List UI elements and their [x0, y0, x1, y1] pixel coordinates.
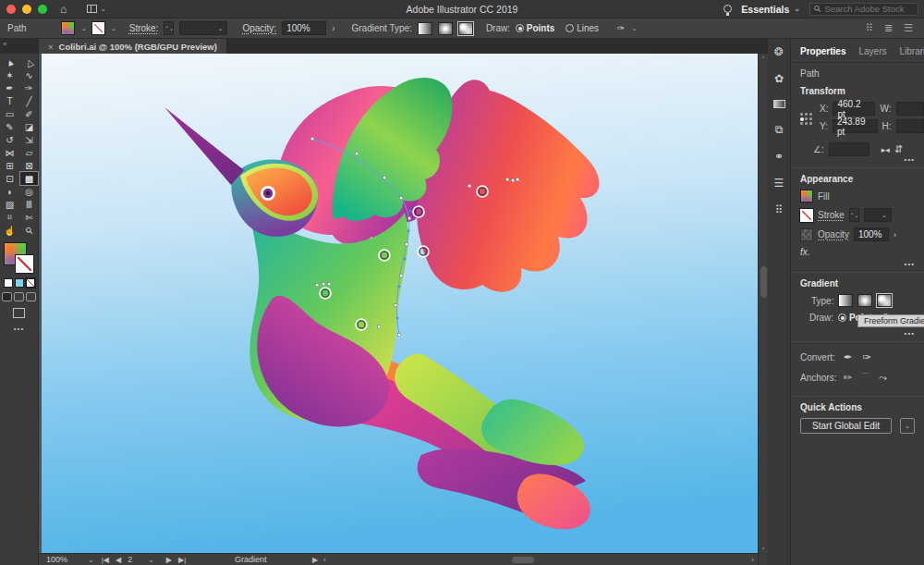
angle-field[interactable]: [829, 142, 869, 156]
stroke-weight-field[interactable]: ⌄: [864, 208, 892, 222]
lasso-tool[interactable]: ∿: [20, 68, 38, 81]
transform-more-options[interactable]: •••: [905, 155, 915, 164]
curvature-tool[interactable]: ✑: [20, 81, 38, 94]
scroll-up-icon[interactable]: ⌃: [760, 55, 766, 63]
radial-gradient-button[interactable]: [857, 294, 872, 307]
stroke-weight-stepper[interactable]: ⌃⌄: [164, 21, 174, 35]
gradient-options-icon[interactable]: ✑: [617, 23, 625, 33]
freeform-gradient-button[interactable]: [877, 294, 892, 307]
stroke-link[interactable]: Stroke: [818, 210, 845, 220]
color-swatch-none[interactable]: [26, 278, 35, 288]
direct-selection-tool[interactable]: △: [20, 55, 38, 68]
opacity-link[interactable]: Opacity: [818, 229, 849, 240]
draw-points-radio[interactable]: Points: [516, 23, 554, 33]
column-graph-tool[interactable]: Ⅲ: [20, 198, 38, 211]
shape-builder-tool[interactable]: ⊞: [1, 159, 18, 172]
links-panel-icon[interactable]: ⚭: [774, 151, 784, 162]
gradient-panel-icon[interactable]: [773, 100, 785, 108]
convert-smooth-icon[interactable]: ✑: [862, 351, 870, 363]
add-anchor-icon[interactable]: ✏: [844, 372, 852, 384]
rectangle-tool[interactable]: ▭: [1, 107, 18, 120]
home-icon[interactable]: ⌂: [60, 4, 67, 15]
arrange-documents-icon[interactable]: ≣: [884, 22, 893, 34]
zoom-dropdown-icon[interactable]: ⌄: [88, 556, 94, 564]
color-swatch-white[interactable]: [4, 278, 13, 288]
effects-button[interactable]: fx.: [800, 247, 810, 257]
panel-menu-icon[interactable]: ☰: [904, 22, 913, 34]
previous-artboard-button[interactable]: ◀: [116, 556, 121, 564]
opacity-link[interactable]: Opacity:: [242, 23, 276, 33]
w-field[interactable]: [896, 102, 924, 116]
eyedropper-tool[interactable]: ◗: [1, 185, 18, 198]
screen-mode-icon[interactable]: [13, 308, 25, 318]
artboard-tool[interactable]: ⌗: [1, 211, 18, 224]
mesh-tool[interactable]: ⊡: [1, 172, 18, 185]
draw-inside-mode-icon[interactable]: [26, 292, 36, 301]
vertical-scrollbar[interactable]: ⌃ ⌄: [758, 54, 768, 565]
color-swatch-gradient[interactable]: [15, 278, 24, 288]
status-expand-icon[interactable]: ▶: [312, 556, 318, 564]
zoom-tool[interactable]: ⚲: [20, 224, 38, 237]
hand-tool[interactable]: ☝: [1, 224, 18, 237]
zoom-window-button[interactable]: [38, 5, 47, 14]
tab-layers[interactable]: Layers: [858, 46, 886, 56]
start-global-edit-button[interactable]: Start Global Edit: [800, 418, 892, 434]
h-field[interactable]: [896, 119, 924, 133]
select-similar-icon[interactable]: ⠿: [866, 22, 873, 34]
minimize-window-button[interactable]: [22, 5, 31, 14]
scroll-down-icon[interactable]: ⌄: [760, 544, 766, 551]
free-transform-tool[interactable]: ▱: [20, 146, 38, 159]
transform-panel-icon[interactable]: ⠿: [775, 204, 784, 215]
scale-tool[interactable]: ⇲: [20, 133, 38, 146]
close-tab-icon[interactable]: ×: [48, 42, 54, 52]
flip-vertical-icon[interactable]: ⇵: [894, 143, 903, 155]
gradient-tool[interactable]: ▩: [20, 172, 38, 185]
zoom-level[interactable]: 100%: [46, 555, 67, 564]
global-edit-options-icon[interactable]: ⌄: [900, 418, 915, 434]
fill-color-swatch[interactable]: [61, 21, 75, 35]
artboards-panel-icon[interactable]: ⧉: [775, 124, 784, 135]
workspace-switcher[interactable]: Essentials ⌄: [741, 4, 800, 15]
convert-anchor-icon[interactable]: ✒: [844, 351, 852, 363]
magic-wand-tool[interactable]: ✶: [1, 68, 18, 81]
status-collapse-icon[interactable]: ‹: [323, 556, 326, 564]
artboard-number[interactable]: 2: [128, 555, 132, 564]
search-input[interactable]: [824, 4, 914, 14]
stroke-weight-stepper[interactable]: ⌃⌄: [849, 208, 859, 222]
stock-search[interactable]: ⚲: [809, 3, 918, 16]
next-artboard-button[interactable]: ▶: [166, 556, 172, 564]
x-field[interactable]: 460.2 pt: [833, 102, 875, 116]
chevron-down-icon[interactable]: ⌄: [631, 25, 637, 32]
eraser-tool[interactable]: ◪: [20, 120, 38, 133]
draw-lines-radio[interactable]: Lines: [565, 23, 599, 33]
symbol-sprayer-tool[interactable]: ▨: [1, 198, 18, 211]
stroke-weight-field[interactable]: ⌄: [179, 21, 227, 35]
linear-gradient-button[interactable]: [838, 294, 853, 307]
tab-libraries[interactable]: Libraries: [899, 46, 924, 56]
selection-tool[interactable]: ▲: [1, 55, 18, 68]
linear-gradient-button[interactable]: [418, 22, 432, 35]
rotate-tool[interactable]: ↺: [1, 133, 18, 146]
draw-behind-mode-icon[interactable]: [14, 292, 24, 301]
opacity-expand-icon[interactable]: ›: [894, 230, 896, 240]
tab-properties[interactable]: Properties: [800, 46, 845, 56]
swatches-panel-icon[interactable]: ✿: [774, 73, 784, 84]
document-tab[interactable]: × Colibri.ai @ 100% (RGB/GPU Preview): [39, 39, 227, 54]
cut-path-icon[interactable]: ⤳: [879, 372, 887, 384]
scroll-right-icon[interactable]: ›: [751, 556, 754, 564]
stroke-link[interactable]: Stroke:: [129, 23, 159, 33]
opacity-field[interactable]: 100%: [854, 227, 889, 241]
line-segment-tool[interactable]: ╱: [20, 94, 38, 107]
collapse-toolbar-icon[interactable]: «: [3, 40, 6, 48]
reference-point-locator[interactable]: [800, 113, 813, 126]
last-artboard-button[interactable]: ▶|: [178, 556, 186, 564]
y-field[interactable]: 243.89 pt: [833, 119, 878, 133]
edit-toolbar-icon[interactable]: •••: [0, 325, 38, 333]
pen-tool[interactable]: ✒: [1, 81, 18, 94]
appearance-more-options[interactable]: •••: [905, 260, 915, 268]
color-panel-icon[interactable]: ❂: [774, 46, 784, 57]
active-stroke-swatch[interactable]: [16, 255, 33, 273]
type-tool[interactable]: T: [1, 94, 18, 107]
artboard-dropdown-icon[interactable]: ⌄: [148, 556, 154, 564]
chevron-down-icon[interactable]: ⌄: [111, 25, 116, 32]
